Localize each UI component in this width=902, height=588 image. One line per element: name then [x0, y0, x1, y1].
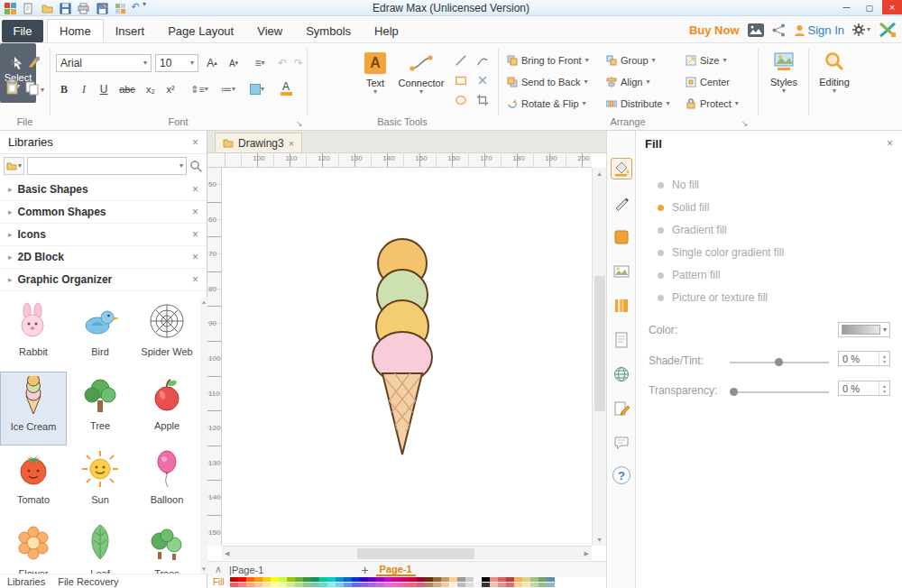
palette-swatch[interactable]: [336, 577, 344, 582]
libraries-close-icon[interactable]: ×: [192, 136, 198, 149]
library-category-icons[interactable]: ▸Icons ×: [0, 224, 207, 246]
palette-swatch[interactable]: [238, 577, 246, 582]
palette-swatch[interactable]: [522, 583, 530, 587]
library-category-graphic-organizer[interactable]: ▸Graphic Organizer ×: [0, 269, 207, 291]
scroll-left-icon[interactable]: ◀: [225, 550, 229, 557]
italic-button[interactable]: I: [76, 81, 92, 97]
search-icon[interactable]: [189, 160, 203, 173]
palette-swatch[interactable]: [457, 577, 465, 582]
font-dialog-launcher-icon[interactable]: ↘: [296, 119, 303, 128]
arrange-dialog-launcher-icon[interactable]: ↘: [741, 119, 749, 128]
palette-swatch[interactable]: [498, 577, 506, 582]
palette-swatch[interactable]: [530, 583, 538, 587]
fill-option-picture-texture[interactable]: Picture or texture fill: [658, 289, 768, 307]
palette-swatch[interactable]: [376, 577, 384, 582]
fill-panel-close-icon[interactable]: ×: [887, 137, 893, 150]
category-close-icon[interactable]: ×: [192, 183, 198, 196]
format-painter-icon[interactable]: [27, 55, 41, 69]
palette-swatch[interactable]: [319, 583, 327, 587]
palette-swatch[interactable]: [425, 583, 433, 587]
align-text-button[interactable]: ≡▾: [249, 55, 271, 71]
curve-tool-icon[interactable]: [474, 52, 491, 69]
settings-group[interactable]: ▾: [852, 23, 870, 36]
palette-swatch[interactable]: [287, 583, 295, 587]
palette-swatch[interactable]: [384, 577, 392, 582]
palette-swatch[interactable]: [425, 577, 433, 582]
palette-swatch[interactable]: [498, 583, 506, 587]
palette-swatch[interactable]: [441, 583, 449, 587]
palette-swatch[interactable]: [254, 583, 262, 587]
palette-swatch[interactable]: [474, 583, 482, 587]
tab-symbols[interactable]: Symbols: [294, 20, 363, 41]
palette-swatch[interactable]: [262, 577, 271, 582]
palette-swatch[interactable]: [474, 577, 482, 582]
search-history-caret-icon[interactable]: ▾: [179, 162, 183, 170]
palette-swatch[interactable]: [457, 583, 465, 587]
tab-help[interactable]: Help: [363, 20, 410, 41]
bold-button[interactable]: B: [56, 81, 72, 97]
palette-swatch[interactable]: [465, 583, 474, 587]
palette-swatch[interactable]: [514, 583, 522, 587]
minimize-button[interactable]: ─: [836, 0, 856, 14]
palette-swatch[interactable]: [271, 577, 279, 582]
paste-icon[interactable]: [5, 79, 20, 96]
fill-panel-icon[interactable]: [611, 158, 632, 179]
spinner-arrows-icon[interactable]: ▲▼: [879, 352, 889, 365]
palette-swatch[interactable]: [409, 583, 417, 587]
highlight-button[interactable]: ▾: [245, 81, 269, 97]
shape-sun[interactable]: Sun: [67, 446, 133, 519]
palette-swatch[interactable]: [311, 583, 319, 587]
page-nav-label[interactable]: |Page-1: [229, 565, 263, 575]
shape-flower[interactable]: Flower: [0, 519, 67, 574]
shape-spider-web[interactable]: Spider Web: [133, 298, 200, 372]
scroll-down-icon[interactable]: ▼: [200, 566, 207, 572]
palette-swatch[interactable]: [417, 583, 425, 587]
shape-balloon[interactable]: Balloon: [133, 446, 200, 519]
palette-swatch[interactable]: [449, 577, 457, 582]
scroll-up-icon[interactable]: ▲: [200, 299, 207, 305]
palette-swatch[interactable]: [344, 583, 352, 587]
shape-tomato[interactable]: Tomato: [0, 446, 67, 519]
collapse-panel-icon[interactable]: ∧: [215, 564, 222, 575]
palette-row-1[interactable]: [230, 577, 555, 582]
page-tab[interactable]: Page-1: [376, 564, 416, 576]
library-filter-button[interactable]: ▾: [4, 157, 24, 175]
paste-caret-icon[interactable]: ▾: [41, 87, 44, 94]
line-spacing-button[interactable]: ⇕≡▾: [188, 81, 211, 97]
crop-tool-icon[interactable]: [474, 92, 491, 108]
palette-swatch[interactable]: [303, 577, 311, 582]
cut-icon[interactable]: ✂: [7, 54, 23, 70]
palette-swatch[interactable]: [376, 583, 384, 587]
palette-swatch[interactable]: [400, 577, 409, 582]
fill-option-no-fill[interactable]: No fill: [658, 176, 699, 194]
styles-button[interactable]: Styles ▾: [763, 51, 805, 95]
shape-bird[interactable]: Bird: [67, 298, 133, 372]
help-icon[interactable]: ?: [612, 466, 630, 484]
shape-ice-cream[interactable]: Ice Cream: [0, 372, 67, 446]
palette-swatch[interactable]: [360, 577, 368, 582]
horizontal-scroll-thumb[interactable]: [357, 548, 474, 559]
sign-in-group[interactable]: Sign In: [794, 23, 844, 37]
palette-swatch[interactable]: [433, 583, 441, 587]
underline-button[interactable]: U: [96, 81, 112, 97]
library-scrollbar[interactable]: ▲ ▼: [200, 298, 207, 574]
line-style-icon[interactable]: [611, 192, 632, 214]
search-input[interactable]: [31, 161, 179, 171]
palette-swatch[interactable]: [506, 577, 514, 582]
palette-swatch[interactable]: [327, 583, 336, 587]
palette-swatch[interactable]: [271, 583, 279, 587]
file-menu-button[interactable]: File: [2, 20, 43, 42]
palette-swatch[interactable]: [538, 583, 547, 587]
palette-swatch[interactable]: [246, 583, 254, 587]
palette-swatch[interactable]: [279, 577, 287, 582]
hyperlink-globe-icon[interactable]: [611, 363, 632, 385]
palette-row-2[interactable]: [230, 583, 555, 587]
superscript-button[interactable]: x²: [162, 81, 179, 97]
palette-swatch[interactable]: [230, 577, 238, 582]
shape-tree[interactable]: Tree: [67, 372, 133, 446]
color-picker-dropdown[interactable]: ▾: [838, 322, 890, 337]
category-close-icon[interactable]: ×: [192, 206, 198, 218]
comment-panel-icon[interactable]: [611, 432, 632, 454]
text-tool-button[interactable]: A Text ▾: [359, 52, 391, 96]
palette-swatch[interactable]: [530, 577, 538, 582]
